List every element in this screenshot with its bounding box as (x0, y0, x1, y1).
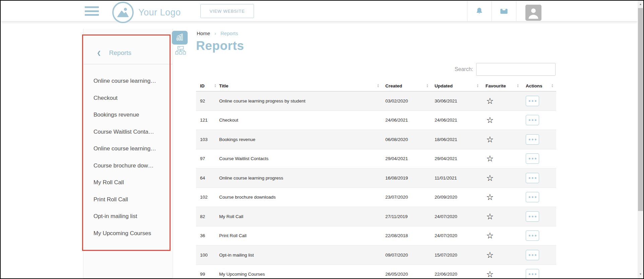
favourite-star-icon[interactable]: ☆ (481, 193, 494, 201)
favourite-star-icon[interactable]: ☆ (481, 135, 494, 144)
row-actions-button[interactable] (526, 269, 539, 279)
cell-title: My Upcoming Courses (219, 272, 382, 277)
favourite-star-icon[interactable]: ☆ (481, 251, 494, 259)
column-header-updated[interactable]: Updated▲▼ (431, 80, 481, 91)
column-header-actions[interactable]: Actions▲▼ (522, 80, 556, 91)
sidebar-item[interactable]: My Roll Call (83, 174, 173, 191)
cell-title: Print Roll Call (219, 233, 382, 238)
sort-arrows-icon[interactable]: ▲▼ (214, 84, 216, 88)
search-input[interactable] (476, 63, 556, 76)
inbox-tray-icon[interactable] (499, 6, 509, 16)
sitemap-view-button[interactable] (175, 46, 186, 57)
row-actions-button[interactable] (526, 192, 539, 202)
cell-updated: 30/06/2021 (431, 98, 481, 103)
logo[interactable]: Your Logo (112, 2, 181, 23)
sidebar-item[interactable]: Print Roll Call (83, 191, 173, 208)
cell-updated: 11/01/2021 (431, 176, 481, 181)
cell-title: Opt-in mailing list (219, 253, 382, 258)
cell-id: 92 (196, 98, 219, 103)
row-actions-button[interactable] (526, 115, 539, 125)
table-row: 64Online course learning progress16/08/2… (196, 168, 556, 188)
breadcrumb: Home › Reports (197, 30, 238, 36)
cell-updated: 24/06/2021 (431, 118, 481, 123)
cell-created: 22/08/2018 (382, 233, 431, 238)
sort-arrows-icon[interactable]: ▲▼ (476, 84, 479, 88)
favourite-star-icon[interactable]: ☆ (481, 116, 494, 124)
favourite-star-icon[interactable]: ☆ (481, 97, 494, 105)
column-label: ID (200, 83, 205, 88)
sidebar-item[interactable]: Course Waitlist Conta… (83, 124, 173, 141)
ellipsis-dot (532, 139, 533, 140)
sidebar-item[interactable]: My Upcoming Courses (83, 225, 173, 242)
table-row: 97Course Waitlist Contacts29/04/202129/0… (196, 149, 556, 169)
cell-created: 24/06/2021 (382, 118, 431, 123)
ellipsis-dot (535, 139, 536, 140)
scrollbar-up-icon[interactable]: ▲ (638, 1, 643, 7)
sidebar-item[interactable]: Online course learning… (83, 140, 173, 157)
row-actions-button[interactable] (526, 173, 539, 183)
row-actions-button[interactable] (526, 134, 539, 145)
ellipsis-dot (535, 158, 536, 159)
cell-updated: 24/07/2020 (431, 214, 481, 219)
cell-updated: 20/09/2020 (431, 195, 481, 200)
chart-view-button[interactable] (172, 31, 188, 45)
sort-arrows-icon[interactable]: ▲▼ (426, 84, 429, 88)
row-actions-button[interactable] (526, 96, 539, 106)
favourite-star-icon[interactable]: ☆ (481, 231, 494, 240)
sidebar-item[interactable]: Opt-in mailing list (83, 208, 173, 225)
favourite-star-icon[interactable]: ☆ (481, 174, 494, 182)
table-row: 103Bookings revenue06/08/202018/06/2021☆ (196, 130, 556, 149)
column-header-id[interactable]: ID▲▼ (196, 80, 219, 91)
ellipsis-dot (532, 196, 533, 198)
search-label: Search: (455, 66, 473, 72)
favourite-star-icon[interactable]: ☆ (481, 212, 494, 221)
hamburger-menu-icon[interactable] (85, 6, 99, 16)
sidebar-back-chevron-icon[interactable]: ❮ (97, 49, 101, 57)
ellipsis-dot (529, 119, 530, 121)
column-label: Created (385, 83, 402, 88)
sidebar-title: Reports (109, 49, 132, 57)
column-header-title[interactable]: Title▲▼ (219, 80, 382, 91)
row-actions-button[interactable] (526, 230, 539, 241)
favourite-star-icon[interactable]: ☆ (481, 154, 494, 163)
sidebar-item[interactable]: Checkout (83, 90, 173, 107)
cell-title: Course Waitlist Contacts (219, 156, 382, 161)
cell-id: 97 (196, 156, 219, 161)
row-actions-button[interactable] (526, 211, 539, 222)
page-scrollbar[interactable]: ▲ ▼ (638, 1, 643, 278)
cell-favourite: ☆ (481, 270, 522, 278)
cell-title: My Roll Call (219, 214, 382, 219)
notifications-bell-icon[interactable] (474, 6, 485, 16)
cell-actions (522, 230, 556, 241)
row-actions-button[interactable] (526, 153, 539, 164)
scrollbar-down-icon[interactable]: ▼ (638, 271, 643, 277)
bar-chart-icon (175, 33, 185, 43)
table-header-row: ID▲▼Title▲▼Created▲▼Updated▲▼Favourite▲▼… (196, 80, 556, 91)
cell-id: 36 (196, 233, 219, 238)
cell-title: Online course learning progress (219, 176, 382, 181)
ellipsis-dot (532, 177, 533, 179)
cell-favourite: ☆ (481, 231, 522, 240)
sidebar-list: Online course learning…CheckoutBookings … (83, 64, 173, 242)
row-actions-button[interactable] (526, 250, 539, 260)
column-header-created[interactable]: Created▲▼ (382, 80, 431, 91)
scrollbar-thumb[interactable] (638, 8, 643, 211)
app-window: Your Logo VIEW WEBSITE (1, 1, 643, 278)
sort-arrows-icon[interactable]: ▲▼ (377, 84, 379, 88)
view-website-button[interactable]: VIEW WEBSITE (200, 4, 254, 18)
breadcrumb-home-link[interactable]: Home (197, 30, 210, 36)
favourite-star-icon[interactable]: ☆ (481, 270, 494, 278)
table-row: 121Checkout24/06/202124/06/2021☆ (196, 111, 556, 130)
user-avatar[interactable] (525, 5, 541, 21)
column-header-favourite[interactable]: Favourite▲▼ (481, 80, 522, 91)
table-row: 99My Upcoming Courses26/05/202022/06/202… (196, 265, 556, 279)
sort-arrows-icon[interactable]: ▲▼ (551, 84, 554, 88)
ellipsis-dot (529, 177, 530, 179)
sort-arrows-icon[interactable]: ▲▼ (517, 84, 519, 88)
sidebar-item[interactable]: Course brochure dow… (83, 157, 173, 175)
cell-favourite: ☆ (481, 135, 522, 144)
sidebar-header: ❮ Reports (83, 29, 173, 64)
sidebar-item[interactable]: Bookings revenue (83, 107, 173, 124)
ellipsis-dot (535, 235, 536, 236)
sidebar-item[interactable]: Online course learning… (83, 73, 173, 90)
